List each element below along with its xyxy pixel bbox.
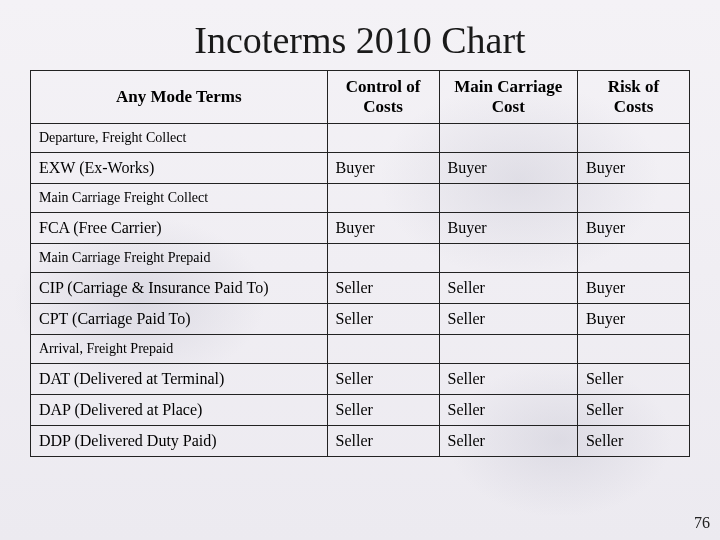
section-blank (327, 335, 439, 364)
section-row: Main Carriage Freight Collect (31, 184, 690, 213)
term-cell: CIP (Carriage & Insurance Paid To) (31, 273, 328, 304)
value-cell: Seller (327, 426, 439, 457)
col-header-main-carriage: Main Carriage Cost (439, 71, 577, 124)
section-blank (577, 244, 689, 273)
table-row: CPT (Carriage Paid To)SellerSellerBuyer (31, 304, 690, 335)
value-cell: Buyer (577, 153, 689, 184)
incoterms-table: Any Mode Terms Control of Costs Main Car… (30, 70, 690, 457)
value-cell: Seller (327, 273, 439, 304)
term-cell: DAT (Delivered at Terminal) (31, 364, 328, 395)
section-label: Main Carriage Freight Prepaid (31, 244, 328, 273)
value-cell: Buyer (577, 304, 689, 335)
table-row: DAP (Delivered at Place)SellerSellerSell… (31, 395, 690, 426)
section-row: Departure, Freight Collect (31, 124, 690, 153)
table-row: DAT (Delivered at Terminal)SellerSellerS… (31, 364, 690, 395)
section-label: Arrival, Freight Prepaid (31, 335, 328, 364)
value-cell: Seller (577, 426, 689, 457)
section-blank (327, 184, 439, 213)
page-number: 76 (694, 514, 710, 532)
value-cell: Buyer (577, 273, 689, 304)
value-cell: Seller (327, 304, 439, 335)
term-cell: DDP (Delivered Duty Paid) (31, 426, 328, 457)
term-cell: DAP (Delivered at Place) (31, 395, 328, 426)
section-blank (439, 184, 577, 213)
section-blank (577, 184, 689, 213)
section-row: Main Carriage Freight Prepaid (31, 244, 690, 273)
value-cell: Seller (439, 395, 577, 426)
col-header-control: Control of Costs (327, 71, 439, 124)
section-blank (327, 124, 439, 153)
section-blank (577, 124, 689, 153)
term-cell: FCA (Free Carrier) (31, 213, 328, 244)
section-blank (327, 244, 439, 273)
value-cell: Buyer (439, 213, 577, 244)
value-cell: Seller (577, 395, 689, 426)
value-cell: Buyer (577, 213, 689, 244)
col-header-terms: Any Mode Terms (31, 71, 328, 124)
value-cell: Seller (327, 395, 439, 426)
section-blank (439, 335, 577, 364)
value-cell: Buyer (327, 153, 439, 184)
table-row: CIP (Carriage & Insurance Paid To)Seller… (31, 273, 690, 304)
col-header-risk: Risk of Costs (577, 71, 689, 124)
term-cell: EXW (Ex-Works) (31, 153, 328, 184)
value-cell: Buyer (439, 153, 577, 184)
value-cell: Seller (327, 364, 439, 395)
table-row: DDP (Delivered Duty Paid)SellerSellerSel… (31, 426, 690, 457)
table-row: FCA (Free Carrier)BuyerBuyerBuyer (31, 213, 690, 244)
table-header-row: Any Mode Terms Control of Costs Main Car… (31, 71, 690, 124)
value-cell: Seller (439, 273, 577, 304)
value-cell: Seller (439, 426, 577, 457)
section-blank (439, 124, 577, 153)
page-title: Incoterms 2010 Chart (30, 18, 690, 62)
section-label: Departure, Freight Collect (31, 124, 328, 153)
value-cell: Seller (577, 364, 689, 395)
value-cell: Buyer (327, 213, 439, 244)
table-row: EXW (Ex-Works)BuyerBuyerBuyer (31, 153, 690, 184)
value-cell: Seller (439, 364, 577, 395)
value-cell: Seller (439, 304, 577, 335)
section-row: Arrival, Freight Prepaid (31, 335, 690, 364)
section-blank (439, 244, 577, 273)
section-label: Main Carriage Freight Collect (31, 184, 328, 213)
table-body: Departure, Freight CollectEXW (Ex-Works)… (31, 124, 690, 457)
term-cell: CPT (Carriage Paid To) (31, 304, 328, 335)
section-blank (577, 335, 689, 364)
